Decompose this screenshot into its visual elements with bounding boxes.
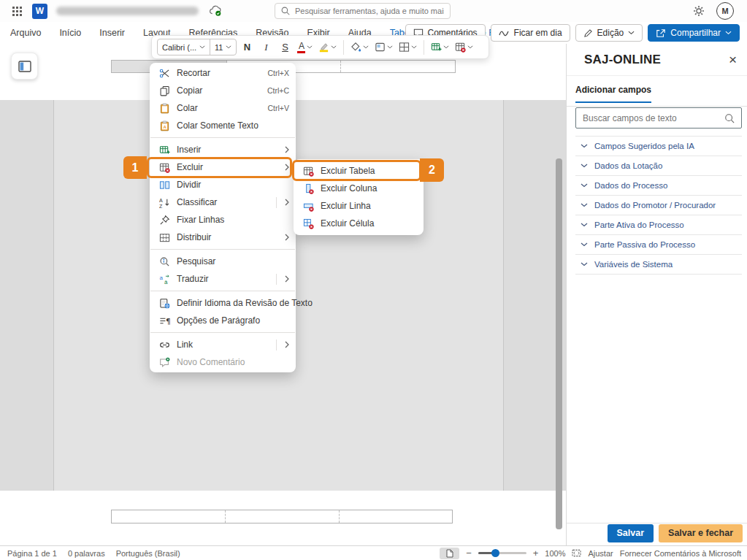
footer-table[interactable] [111, 510, 453, 523]
chevron-down-icon [443, 45, 449, 49]
panel-section-parte-passiva-do-processo[interactable]: Parte Passiva do Processo [575, 235, 742, 255]
bold-button[interactable]: N [238, 39, 256, 56]
menu-item-recortar[interactable]: Recortar Ctrl+X [150, 64, 296, 82]
menu-item-colar-somente-texto[interactable]: A Colar Somente Texto [150, 117, 296, 134]
header-table-cell[interactable] [340, 61, 455, 72]
insert-table-button[interactable] [429, 39, 451, 56]
panel-section-parte-ativa-do-processo[interactable]: Parte Ativa do Processo [575, 215, 742, 235]
fit-page-label[interactable]: Ajustar [588, 549, 613, 558]
global-search-input[interactable] [295, 7, 444, 15]
delete-table-button[interactable] [453, 39, 475, 56]
language-indicator[interactable]: Português (Brasil) [116, 549, 180, 558]
svg-text:A: A [163, 123, 166, 129]
submenu-arrow-icon[interactable] [285, 275, 289, 283]
step-1-badge: 1 [123, 156, 147, 179]
panel-footer: Salvar Salvar e fechar [567, 523, 747, 545]
tab-inicio[interactable]: Início [59, 28, 81, 38]
submenu-item-excluir-coluna[interactable]: Excluir Coluna [294, 180, 424, 197]
zoom-slider[interactable] [478, 552, 526, 554]
app-launcher-waffle-icon[interactable] [7, 1, 26, 20]
submenu-item-excluir-tabela[interactable]: Excluir Tabela [294, 162, 424, 180]
menu-separator [150, 332, 295, 333]
menu-item-label: Definir Idioma da Revisão de Texto [177, 298, 313, 308]
menu-item-opcoes-de-paragrafo[interactable]: ¶ Opções de Parágrafo [150, 312, 296, 329]
chevron-down-icon [628, 31, 635, 35]
page-count[interactable]: Página 1 de 1 [7, 549, 57, 558]
highlight-button[interactable] [316, 39, 339, 56]
shading-button[interactable] [348, 39, 371, 56]
panel-section-campos-sugeridos-pela-ia[interactable]: Campos Sugeridos pela IA [575, 137, 742, 156]
delete-table-icon [302, 165, 314, 177]
page-view-button[interactable] [440, 548, 459, 559]
submenu-item-label: Excluir Coluna [321, 183, 417, 193]
share-button[interactable]: Compartilhar [648, 24, 740, 42]
word-count[interactable]: 0 palavras [68, 549, 105, 558]
scissors-icon [158, 67, 170, 79]
menu-item-distribuir[interactable]: Distribuir [150, 229, 296, 246]
submenu-arrow-icon[interactable] [285, 341, 289, 348]
pane-toggle-button[interactable] [11, 53, 38, 80]
menu-item-colar[interactable]: Colar Ctrl+V [150, 99, 296, 117]
underline-button[interactable]: S [276, 39, 294, 56]
feedback-link[interactable]: Fornecer Comentários à Microsoft [620, 549, 741, 558]
submenu-item-excluir-celula[interactable]: Excluir Célula [294, 215, 424, 232]
font-color-button[interactable]: A [295, 39, 315, 56]
search-icon [724, 113, 735, 123]
panel-section-variaveis-de-sistema[interactable]: Variáveis de Sistema [575, 255, 742, 275]
chevron-down-icon [581, 262, 588, 266]
menu-item-label: Pesquisar [177, 256, 289, 266]
editing-mode-button[interactable]: Edição [575, 24, 643, 42]
panel-search-box[interactable] [575, 107, 742, 129]
tab-inserir[interactable]: Inserir [99, 28, 125, 38]
panel-section-dados-da-lotacao[interactable]: Dados da Lotação [575, 156, 742, 176]
zoom-out-button[interactable]: − [466, 548, 472, 558]
zoom-slider-handle[interactable] [491, 549, 499, 557]
menu-item-link[interactable]: Link [150, 336, 296, 353]
page-icon [446, 549, 453, 558]
menu-item-definir-idioma[interactable]: Definir Idioma da Revisão de Texto [150, 294, 296, 312]
chevron-down-icon [581, 183, 588, 188]
submenu-arrow-icon[interactable] [285, 199, 289, 206]
italic-button[interactable]: I [257, 39, 275, 56]
menu-item-excluir[interactable]: Excluir [150, 158, 296, 176]
save-and-close-button[interactable]: Salvar e fechar [659, 524, 743, 542]
tab-adicionar-campos[interactable]: Adicionar campos [575, 85, 651, 103]
account-avatar[interactable]: M [716, 2, 734, 20]
chevron-down-icon [226, 45, 231, 49]
menu-item-classificar[interactable]: AZ Classificar [150, 193, 296, 211]
save-button[interactable]: Salvar [608, 524, 654, 542]
table-grid-icon [399, 42, 410, 53]
sort-icon: AZ [158, 196, 170, 208]
menu-item-dividir[interactable]: Dividir [150, 176, 296, 193]
fit-page-icon[interactable] [572, 549, 581, 557]
footer-table-cell[interactable] [112, 510, 225, 523]
footer-table-cell[interactable] [339, 510, 452, 523]
borders-button[interactable] [372, 39, 395, 56]
zoom-level[interactable]: 100% [545, 549, 565, 558]
font-name-dropdown[interactable]: Calibri (... [158, 39, 210, 55]
panel-section-dados-do-processo[interactable]: Dados do Processo [575, 176, 742, 196]
zoom-in-button[interactable]: + [533, 548, 539, 558]
table-grid-button[interactable] [397, 39, 419, 56]
pencil-icon [583, 28, 593, 38]
footer-table-cell[interactable] [225, 510, 338, 523]
menu-item-pesquisar[interactable]: Pesquisar [150, 253, 296, 270]
document-title-redacted[interactable] [56, 7, 199, 15]
global-search-box[interactable] [275, 3, 451, 19]
panel-section-dados-do-promotor-procurador[interactable]: Dados do Promotor / Procurador [575, 196, 742, 215]
close-icon[interactable]: × [729, 53, 737, 66]
split-table-icon [158, 179, 170, 191]
gear-icon[interactable] [693, 5, 705, 17]
menu-item-inserir[interactable]: Inserir [150, 141, 296, 158]
set-language-icon [158, 297, 170, 309]
menu-item-fixar-linhas[interactable]: Fixar Linhas [150, 211, 296, 229]
catch-up-button[interactable]: Ficar em dia [491, 24, 570, 42]
panel-search-input[interactable] [583, 113, 720, 123]
font-size-dropdown[interactable]: 11 [210, 39, 236, 55]
panel-section-label: Dados do Promotor / Procurador [594, 201, 716, 210]
vertical-scrollbar-thumb[interactable] [556, 158, 562, 529]
menu-item-traduzir[interactable]: aâ Traduzir [150, 270, 296, 288]
menu-item-copiar[interactable]: Copiar Ctrl+C [150, 82, 296, 99]
tab-arquivo[interactable]: Arquivo [10, 28, 41, 38]
submenu-item-excluir-linha[interactable]: Excluir Linha [294, 197, 424, 215]
